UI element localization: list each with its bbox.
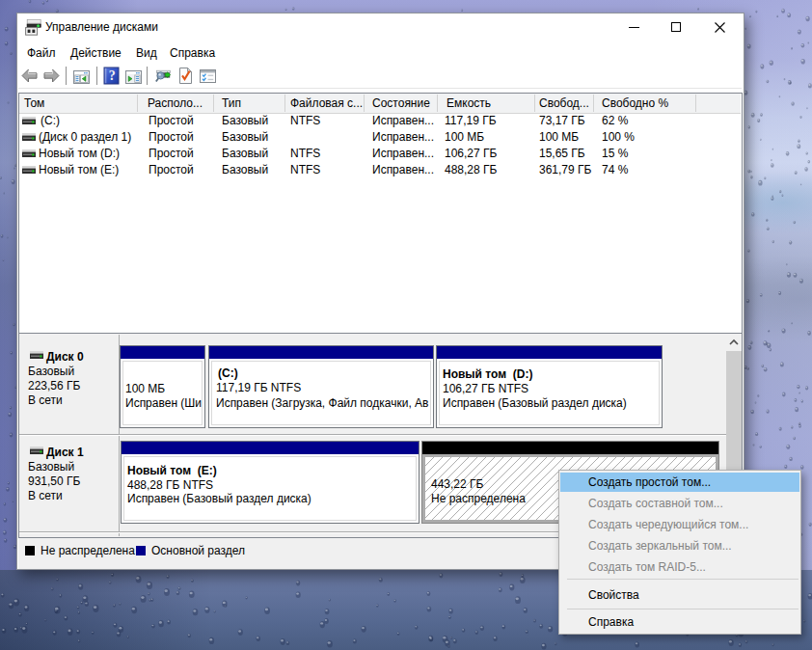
- svg-text:?: ?: [109, 68, 116, 83]
